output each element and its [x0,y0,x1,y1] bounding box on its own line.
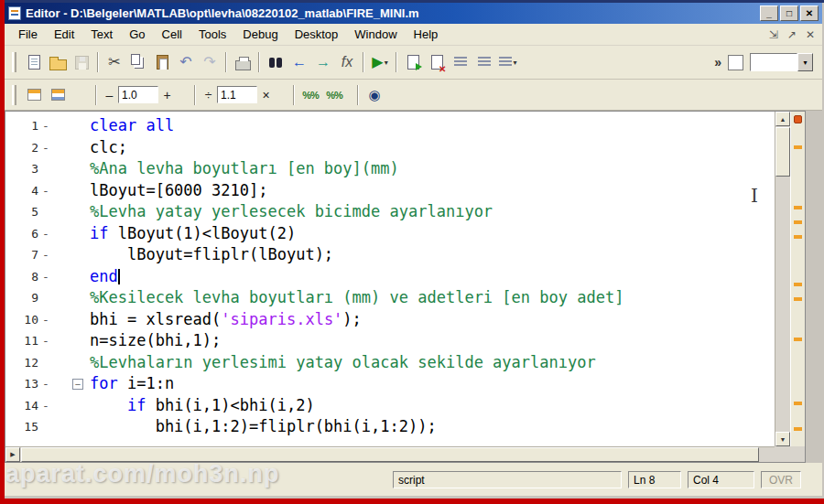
code-line[interactable]: 4-lBoyut=[6000 3210]; [5,180,775,202]
breakpoint-dash[interactable]: - [38,119,53,133]
breakpoint-dash[interactable]: - [38,377,53,391]
menu-edit[interactable]: Edit [46,25,82,44]
vertical-scroll-thumb[interactable] [775,127,790,177]
code-line[interactable]: 8-end [5,266,775,288]
code-editor[interactable]: 1-clear all2-clc;3%Ana levha boyutları [… [5,111,806,463]
menu-tools[interactable]: Tools [190,25,234,44]
analyzer-marker[interactable] [794,338,802,341]
code-line[interactable]: 14- if bhi(i,1)<bhi(i,2) [5,395,775,417]
menu-debug[interactable]: Debug [234,25,286,44]
menu-help[interactable]: Help [406,25,447,44]
analyzer-status-icon[interactable] [794,115,802,123]
code-area[interactable]: 1-clear all2-clc;3%Ana levha boyutları [… [5,112,775,446]
code-line[interactable]: 2-clc; [5,137,775,159]
analyzer-marker[interactable] [794,206,802,209]
code-token: end [90,267,118,285]
code-line[interactable]: 7- lBoyut=fliplr(lBoyut); [5,244,775,266]
analyzer-marker[interactable] [794,220,802,224]
toolbar-icons: ✂↶↷←→fx▶▾▾ [22,50,520,74]
analyzer-marker[interactable] [794,427,802,431]
analyzer-marker[interactable] [794,283,802,286]
cut-button[interactable]: ✂ [103,50,126,74]
breakpoint-dash[interactable]: - [38,334,53,348]
scroll-down-button[interactable]: ▼ [775,432,790,446]
analyzer-marker[interactable] [794,145,802,149]
code-line[interactable]: 13-–for i=1:n [5,373,775,395]
dropdown-arrow-icon[interactable]: ▾ [385,59,388,67]
evaluate-cell-advance-button[interactable]: %% [322,83,346,107]
close-button[interactable]: ✕ [800,5,819,21]
fold-minus-icon[interactable]: – [72,379,83,390]
breakpoint-dash[interactable]: - [38,270,53,284]
run-button[interactable]: ▶▾ [368,50,392,74]
smart-indent-button[interactable]: ▾ [496,50,520,74]
analyzer-marker[interactable] [794,402,802,405]
cell-value-input-1[interactable] [118,86,158,103]
copy-button[interactable] [126,50,150,74]
divide-value-button[interactable]: ÷ [200,86,217,103]
undo-button[interactable]: ↶ [174,50,198,74]
publish-button[interactable] [401,50,425,74]
uncomment-button[interactable] [472,50,496,74]
menu-window[interactable]: Window [346,25,405,44]
evaluate-cell-button[interactable]: %% [298,83,322,107]
cell-toolbar-grip[interactable] [12,85,16,105]
minimize-button[interactable]: _ [760,5,778,21]
menu-cell[interactable]: Cell [154,25,190,44]
print-button[interactable] [231,50,255,74]
breakpoint-dash[interactable]: - [38,184,53,198]
analyzer-marker[interactable] [794,235,802,239]
menu-text[interactable]: Text [82,25,121,44]
code-line[interactable]: 12%Levhaların yerlesimi yatay olacak sek… [5,352,775,374]
insert-cell-divider-button[interactable] [22,83,46,107]
analyzer-marker[interactable] [794,297,802,301]
new-file-button[interactable] [22,50,46,74]
code-line[interactable]: 10-bhi = xlsread('siparis.xls'); [5,309,775,331]
multiply-value-button[interactable]: × [257,86,275,103]
vertical-scrollbar[interactable]: ▲ ▼ [775,112,790,446]
cell-value-input-2[interactable] [217,86,257,103]
maximize-button[interactable]: □ [780,5,798,21]
close-pane-icon[interactable]: ✕ [806,28,815,41]
publish-cell-button[interactable]: ◉ [363,83,386,107]
undock-icon[interactable]: ↗ [787,28,797,41]
close-file-button[interactable] [425,50,449,74]
breakpoint-dash[interactable]: - [38,313,53,327]
dropdown-arrow-icon[interactable]: ▾ [513,59,516,67]
code-line[interactable]: 9%Kesilecek levha boyutları (mm) ve adet… [5,287,775,309]
title-bar[interactable]: Editor - D:\Belgeler\MATLAB\opt\levha\08… [5,3,822,24]
toolbar-grip[interactable] [12,52,16,72]
code-line[interactable]: 3%Ana levha boyutları [en boy](mm) [5,158,775,180]
code-line[interactable]: 15 bhi(i,1:2)=fliplr(bhi(i,1:2)); [5,416,775,438]
stack-dropdown[interactable]: ▾ [750,53,813,71]
toolbar-overflow-chevron[interactable]: » [714,55,721,70]
forward-button[interactable]: → [311,50,335,74]
layout-box-icon[interactable] [728,55,743,70]
code-line[interactable]: 6-if lBoyut(1)<lBoyut(2) [5,223,775,245]
code-line[interactable]: 11-n=size(bhi,1); [5,330,775,352]
breakpoint-dash[interactable]: - [38,141,53,155]
code-analyzer-strip [791,112,805,446]
code-line[interactable]: 5%Levha yatay yerlesecek bicimde ayarlan… [5,201,775,223]
menu-file[interactable]: File [10,25,46,44]
dropdown-arrow-icon[interactable]: ▾ [797,53,813,71]
back-button[interactable]: ← [287,50,311,74]
code-line[interactable]: 1-clear all [5,115,775,137]
comment-button[interactable] [449,50,472,74]
find-button[interactable] [264,50,287,74]
open-file-button[interactable] [46,50,70,74]
menu-desktop[interactable]: Desktop [287,25,347,44]
decrement-value-button[interactable]: – [101,86,118,103]
stack-dropdown-field[interactable] [750,53,797,71]
insert-cell-dividers-button[interactable] [46,83,70,107]
dock-icon[interactable]: ⇲ [769,28,778,41]
breakpoint-dash[interactable]: - [38,227,53,241]
paste-button[interactable] [150,50,174,74]
function-browser-button[interactable]: fx [335,50,359,74]
breakpoint-dash[interactable]: - [38,399,53,413]
menu-go[interactable]: Go [121,25,153,44]
increment-value-button[interactable]: + [158,86,176,103]
evaluate-advance-icon: %% [326,90,342,101]
breakpoint-dash[interactable]: - [38,248,53,262]
scroll-up-button[interactable]: ▲ [775,112,790,126]
